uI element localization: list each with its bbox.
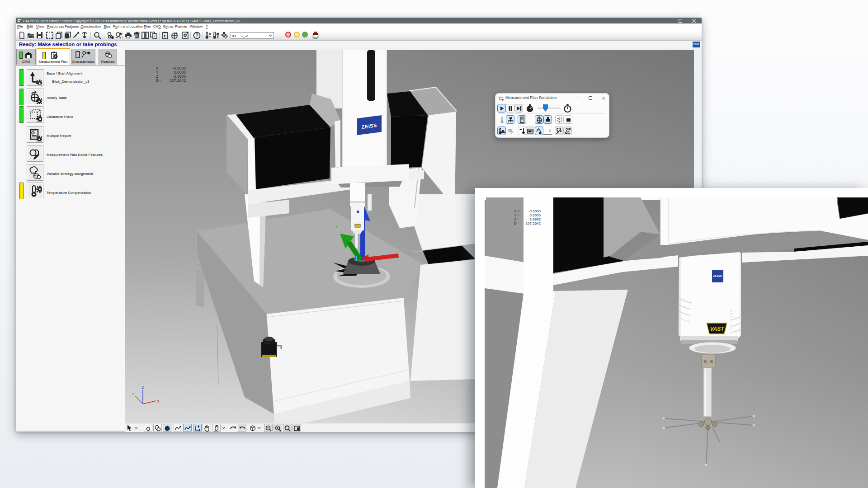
svg-text:XYZ: XYZ <box>214 429 219 432</box>
svg-text:ZEISS: ZEISS <box>713 274 722 277</box>
svg-text:X: X <box>157 399 160 404</box>
svg-text:Circle4: Circle4 <box>362 256 373 260</box>
svg-text:-0.0000: -0.0000 <box>528 209 541 213</box>
svg-text:Z: Z <box>142 385 144 389</box>
svg-text:X =: X = <box>514 209 520 213</box>
svg-text:Y: Y <box>132 392 134 396</box>
svg-text:107.2642: 107.2642 <box>526 221 541 225</box>
svg-text:D =: D = <box>514 221 520 225</box>
svg-text:D =: D = <box>156 78 162 83</box>
svg-text:-3.3933: -3.3933 <box>528 217 541 221</box>
svg-text:VAST: VAST <box>710 326 725 332</box>
svg-text:Z =: Z = <box>514 217 519 221</box>
svg-text:?: ? <box>196 33 198 38</box>
svg-text:107.2642: 107.2642 <box>170 78 186 83</box>
svg-text:Y =: Y = <box>514 213 519 217</box>
svg-text:0.0000: 0.0000 <box>530 213 541 217</box>
svg-text:Y: Y <box>335 225 338 229</box>
